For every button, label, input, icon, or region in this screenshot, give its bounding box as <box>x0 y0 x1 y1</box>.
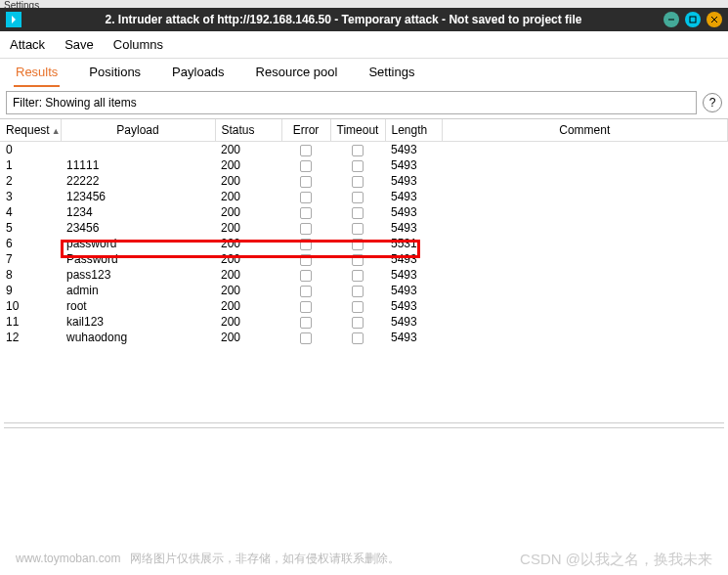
table-row[interactable]: 7Password2005493 <box>0 251 728 267</box>
tab-payloads[interactable]: Payloads <box>170 59 226 87</box>
cell-comment <box>442 157 728 173</box>
cell-payload: 123456 <box>61 189 215 204</box>
menu-columns[interactable]: Columns <box>113 37 163 52</box>
checkbox-icon <box>300 207 312 219</box>
table-row[interactable]: 9admin2005493 <box>0 283 728 298</box>
cell-timeout <box>330 314 385 330</box>
split-divider[interactable] <box>4 422 724 428</box>
cell-timeout <box>330 204 385 220</box>
cell-comment <box>442 189 728 204</box>
cell-status: 200 <box>215 220 281 236</box>
cell-length: 5493 <box>385 267 442 283</box>
cell-status: 200 <box>215 267 281 283</box>
table-row[interactable]: 1111112005493 <box>0 157 728 173</box>
column-comment[interactable]: Comment <box>442 119 728 142</box>
checkbox-icon <box>300 301 312 313</box>
table-row[interactable]: 5234562005493 <box>0 220 728 236</box>
cell-status: 200 <box>215 283 281 298</box>
table-row[interactable]: 412342005493 <box>0 204 728 220</box>
cell-length: 5493 <box>385 157 442 173</box>
window-minimize-button[interactable] <box>664 12 679 27</box>
tab-settings[interactable]: Settings <box>366 59 416 87</box>
checkbox-icon <box>300 286 312 297</box>
filter-input[interactable]: Filter: Showing all items <box>6 91 697 114</box>
cell-timeout <box>330 157 385 173</box>
menu-bar: Attack Save Columns <box>0 31 728 58</box>
cell-payload: wuhaodong <box>61 330 215 345</box>
cell-timeout <box>330 142 385 158</box>
checkbox-icon <box>352 145 364 156</box>
table-row[interactable]: 12wuhaodong2005493 <box>0 330 728 345</box>
cell-comment <box>442 267 728 283</box>
table-row[interactable]: 11kail1232005493 <box>0 314 728 330</box>
checkbox-icon <box>352 207 364 219</box>
cell-payload: Password <box>61 251 215 267</box>
cell-comment <box>442 220 728 236</box>
cell-comment <box>442 173 728 189</box>
table-row[interactable]: 8pass1232005493 <box>0 267 728 283</box>
checkbox-icon <box>300 192 312 203</box>
cell-length: 5493 <box>385 220 442 236</box>
cell-length: 5493 <box>385 142 442 158</box>
column-error[interactable]: Error <box>281 119 330 142</box>
cell-request: 6 <box>0 236 61 251</box>
watermark-notice: 网络图片仅供展示，非存储，如有侵权请联系删除。 <box>130 552 400 565</box>
checkbox-icon <box>300 270 312 282</box>
checkbox-icon <box>300 317 312 329</box>
cell-request: 9 <box>0 283 61 298</box>
menu-save[interactable]: Save <box>64 37 94 52</box>
cell-length: 5493 <box>385 204 442 220</box>
help-button[interactable]: ? <box>703 93 722 112</box>
checkbox-icon <box>300 176 312 188</box>
cell-status: 200 <box>215 298 281 314</box>
tab-positions[interactable]: Positions <box>87 59 143 87</box>
cell-length: 5493 <box>385 298 442 314</box>
window-close-button[interactable] <box>707 12 722 27</box>
cell-comment <box>442 314 728 330</box>
svg-rect-1 <box>690 17 696 22</box>
column-length[interactable]: Length <box>385 119 442 142</box>
cell-payload: 22222 <box>61 173 215 189</box>
cell-payload: kail123 <box>61 314 215 330</box>
column-status[interactable]: Status <box>215 119 281 142</box>
cell-comment <box>442 251 728 267</box>
cell-payload: password <box>61 236 215 251</box>
checkbox-icon <box>300 223 312 235</box>
cell-error <box>281 204 330 220</box>
checkbox-icon <box>352 286 364 297</box>
checkbox-icon <box>300 332 312 344</box>
checkbox-icon <box>352 254 364 266</box>
window-maximize-button[interactable] <box>685 12 701 27</box>
table-row[interactable]: 31234562005493 <box>0 189 728 204</box>
table-row[interactable]: 2222222005493 <box>0 173 728 189</box>
cell-timeout <box>330 251 385 267</box>
checkbox-icon <box>352 301 364 313</box>
tab-results[interactable]: Results <box>14 59 60 87</box>
checkbox-icon <box>352 160 364 172</box>
tab-resource-pool[interactable]: Resource pool <box>254 59 340 87</box>
checkbox-icon <box>352 239 364 250</box>
cell-payload: 11111 <box>61 157 215 173</box>
column-request[interactable]: Request▲ <box>0 119 61 142</box>
table-row[interactable]: 10root2005493 <box>0 298 728 314</box>
checkbox-icon <box>352 270 364 282</box>
table-row[interactable]: 6password2005531 <box>0 236 728 251</box>
cell-timeout <box>330 267 385 283</box>
column-timeout[interactable]: Timeout <box>330 119 385 142</box>
checkbox-icon <box>300 239 312 250</box>
column-payload[interactable]: Payload <box>61 119 215 142</box>
cell-comment <box>442 236 728 251</box>
watermark-domain: www.toymoban.com <box>16 552 120 565</box>
watermark-csdn: CSDN @以我之名，换我未来 <box>520 551 712 569</box>
table-row[interactable]: 02005493 <box>0 142 728 158</box>
cell-timeout <box>330 189 385 204</box>
cell-payload: 1234 <box>61 204 215 220</box>
cell-error <box>281 157 330 173</box>
menu-attack[interactable]: Attack <box>10 37 45 52</box>
cell-status: 200 <box>215 330 281 345</box>
checkbox-icon <box>352 176 364 188</box>
cell-error <box>281 267 330 283</box>
cell-request: 4 <box>0 204 61 220</box>
cell-comment <box>442 204 728 220</box>
cell-timeout <box>330 236 385 251</box>
